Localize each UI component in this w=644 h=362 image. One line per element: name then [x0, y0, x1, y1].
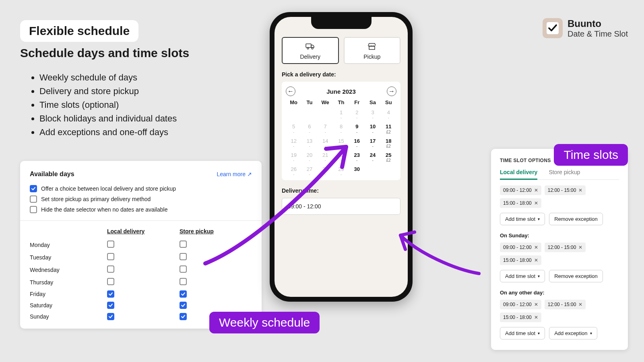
calendar-day: 21-	[318, 151, 333, 164]
calendar-day-of-week: Tu	[301, 99, 317, 107]
calendar-day[interactable]: 18£2	[381, 137, 396, 150]
hero-badge: Flexible schedule	[20, 20, 138, 42]
store-pickup-checkbox[interactable]	[180, 302, 187, 309]
day-name: Saturday	[30, 300, 107, 311]
chevron-down-icon: ▾	[538, 274, 540, 278]
day-name: Sunday	[30, 311, 107, 322]
local-delivery-checkbox[interactable]	[107, 302, 114, 309]
day-name: Wednesday	[30, 263, 107, 276]
phone-notch	[311, 17, 372, 29]
calendar-prev-button[interactable]: ←	[286, 86, 295, 96]
chevron-down-icon: ▾	[538, 331, 540, 335]
option-checkbox[interactable]	[30, 206, 37, 213]
table-row: Thursday	[30, 276, 252, 288]
hero-bullets: Weekly schedule of days Delivery and sto…	[28, 72, 177, 141]
group-label-other: On any other day:	[500, 290, 619, 296]
calendar-day: 12-	[286, 137, 301, 150]
local-delivery-checkbox[interactable]	[107, 278, 114, 285]
add-exception-button[interactable]: Add exception▾	[549, 327, 597, 339]
calendar-day-of-week: Mo	[286, 99, 301, 107]
calendar-day[interactable]: 17-	[365, 137, 380, 150]
calendar-day: 7-	[318, 123, 333, 135]
callout-weekly-schedule: Weekly schedule	[209, 312, 320, 333]
calendar-day: 3-	[365, 109, 380, 121]
calendar-day-of-week: Su	[381, 99, 396, 107]
calendar-day	[381, 165, 396, 178]
calendar-day: 4-	[381, 109, 396, 121]
close-icon[interactable]: ✕	[534, 245, 538, 250]
bullet: Block holidays and individual dates	[39, 113, 177, 124]
time-slot-chip[interactable]: 12:00 - 15:00✕	[545, 300, 586, 309]
calendar-day-of-week: We	[318, 99, 333, 107]
slot-tab-store-pickup[interactable]: Store pickup	[549, 169, 580, 179]
remove-exception-button[interactable]: Remove exception	[549, 270, 603, 282]
time-slot-chip[interactable]: 09:00 - 12:00✕	[500, 243, 541, 252]
tab-delivery[interactable]: Delivery	[282, 37, 339, 64]
calendar-day[interactable]: 24-	[365, 151, 380, 164]
external-link-icon: ↗	[247, 171, 252, 177]
close-icon[interactable]: ✕	[534, 201, 538, 206]
close-icon[interactable]: ✕	[578, 302, 582, 307]
calendar-next-button[interactable]: →	[387, 86, 396, 96]
option-label: Offer a choice between local delivery an…	[41, 185, 176, 192]
local-delivery-checkbox[interactable]	[107, 313, 114, 320]
brand-checkmark-icon	[543, 18, 563, 38]
close-icon[interactable]: ✕	[534, 258, 538, 263]
local-delivery-checkbox[interactable]	[107, 265, 114, 273]
option-checkbox[interactable]	[30, 185, 37, 192]
local-delivery-checkbox[interactable]	[107, 241, 114, 248]
local-delivery-checkbox[interactable]	[107, 290, 114, 298]
time-slot-chip[interactable]: 15:00 - 18:00✕	[500, 255, 541, 265]
store-pickup-checkbox[interactable]	[180, 313, 187, 320]
calendar-day-of-week: Th	[333, 99, 349, 107]
close-icon[interactable]: ✕	[534, 302, 538, 307]
callout-time-slots: Time slots	[554, 144, 628, 166]
calendar-day[interactable]: 16-	[349, 137, 365, 150]
bullet: Delivery and store pickup	[39, 86, 177, 97]
add-time-slot-button[interactable]: Add time slot▾	[500, 327, 545, 339]
store-pickup-checkbox[interactable]	[180, 253, 187, 260]
delivery-time-select[interactable]: 09:00 - 12:00	[282, 198, 400, 215]
store-pickup-checkbox[interactable]	[180, 241, 187, 248]
calendar-day: 5-	[286, 123, 301, 135]
tab-pickup[interactable]: Pickup	[344, 37, 401, 64]
option-checkbox[interactable]	[30, 195, 37, 203]
calendar-day[interactable]: 11£2	[381, 123, 396, 135]
store-pickup-checkbox[interactable]	[180, 265, 187, 273]
learn-more-link[interactable]: Learn more↗	[217, 171, 252, 177]
calendar-day[interactable]: 23-	[349, 151, 365, 164]
time-slot-chip[interactable]: 12:00 - 15:00✕	[545, 185, 586, 195]
table-row: Tuesday	[30, 251, 252, 263]
slot-tab-local-delivery[interactable]: Local delivery	[500, 169, 537, 180]
remove-exception-button[interactable]: Remove exception	[549, 213, 603, 225]
calendar-day: 29-	[333, 165, 349, 178]
time-slot-chip[interactable]: 12:00 - 15:00✕	[545, 243, 586, 252]
time-slot-chip[interactable]: 09:00 - 12:00✕	[500, 185, 541, 195]
time-slot-chip[interactable]: 09:00 - 12:00✕	[500, 300, 541, 309]
store-pickup-checkbox[interactable]	[180, 290, 187, 298]
close-icon[interactable]: ✕	[578, 245, 582, 250]
add-time-slot-button[interactable]: Add time slot▾	[500, 213, 545, 225]
arrow-right-icon: →	[388, 88, 395, 95]
calendar-day	[365, 165, 380, 178]
calendar-day[interactable]: 30	[349, 165, 365, 178]
time-slot-chip[interactable]: 15:00 - 18:00✕	[500, 198, 541, 208]
svg-rect-1	[306, 44, 311, 47]
time-slot-chip[interactable]: 15:00 - 18:00✕	[500, 313, 541, 322]
local-delivery-checkbox[interactable]	[107, 253, 114, 260]
calendar-day[interactable]: 10-	[365, 123, 380, 135]
calendar-day: 1-	[333, 109, 349, 121]
calendar-day[interactable]: 9-	[349, 123, 365, 135]
calendar-day[interactable]: 25£2	[381, 151, 396, 164]
close-icon[interactable]: ✕	[534, 188, 538, 193]
add-time-slot-button[interactable]: Add time slot▾	[500, 270, 545, 282]
store-pickup-checkbox[interactable]	[180, 278, 187, 285]
table-row: Friday	[30, 288, 252, 300]
close-icon[interactable]: ✕	[534, 315, 538, 320]
bullet: Add exceptions and one-off days	[39, 127, 177, 138]
time-slots-panel: TIME SLOT OPTIONS Local delivery Store p…	[491, 149, 628, 350]
calendar-day-of-week: Sa	[365, 99, 380, 107]
brand: Buunto Date & Time Slot	[543, 18, 628, 39]
close-icon[interactable]: ✕	[578, 188, 582, 193]
chevron-down-icon: ▾	[538, 217, 540, 221]
